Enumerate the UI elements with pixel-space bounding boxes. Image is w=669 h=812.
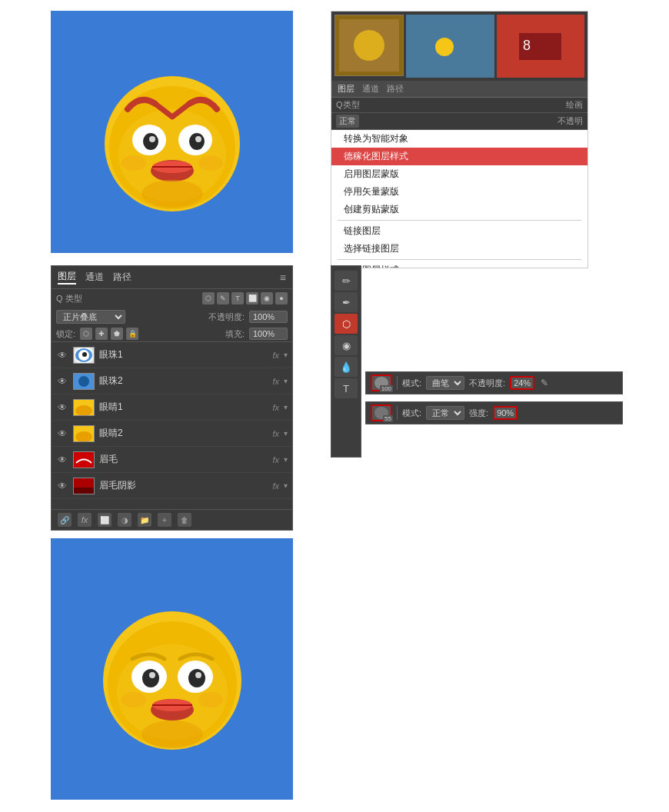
layers-blend-mode[interactable]: 正片叠底 正常 <box>56 310 125 324</box>
layer-item-eyelid2[interactable]: 👁 眼睛2 fx ▾ <box>52 421 292 447</box>
svg-point-48 <box>141 720 203 748</box>
tool-text[interactable]: T <box>334 378 358 398</box>
svg-point-19 <box>435 38 454 56</box>
layer-item-eyebrow-shadow[interactable]: 👁 眉毛阴影 fx ▾ <box>52 473 292 499</box>
svg-point-8 <box>195 136 201 142</box>
tool-shape[interactable]: ◉ <box>334 335 358 355</box>
svg-point-42 <box>149 672 155 678</box>
layer-eye-icon-2[interactable]: 👁 <box>56 375 68 388</box>
icon-filter2[interactable]: ✎ <box>217 292 229 304</box>
tab-paths[interactable]: 路径 <box>113 271 131 284</box>
tools-panel: ✏ ✒ ⬡ ◉ 💧 T <box>331 265 361 458</box>
menu-item-convert[interactable]: 转换为智能对象 <box>331 130 587 148</box>
layer-eye-icon-5[interactable]: 👁 <box>56 454 68 466</box>
tool-brush[interactable]: ✏ <box>334 271 358 291</box>
icon-filter6[interactable]: ● <box>275 292 288 304</box>
brush-size-value: 100 <box>380 385 393 392</box>
add-layer-icon[interactable]: + <box>158 513 171 527</box>
tab-channels[interactable]: 通道 <box>85 271 104 284</box>
lock-move-icon[interactable]: ✚ <box>95 328 108 340</box>
layers-opacity-input[interactable] <box>249 311 288 323</box>
layer-thumb-4 <box>73 425 95 442</box>
add-mask-icon[interactable]: ⬜ <box>98 513 112 527</box>
menu-item-link[interactable]: 链接图层 <box>331 222 587 240</box>
svg-text:8: 8 <box>523 38 531 53</box>
menu-item-enable-mask[interactable]: 启用图层蒙版 <box>331 165 587 183</box>
menu-item-disable-vector[interactable]: 停用矢量蒙版 <box>331 183 587 201</box>
icon-filter5[interactable]: ◉ <box>261 292 273 304</box>
icon-filter3[interactable]: T <box>231 292 244 304</box>
layers-search-icons: ⬡ ✎ T ⬜ ◉ ● <box>202 292 288 304</box>
group-icon[interactable]: 📁 <box>138 513 151 527</box>
emoji-top-svg <box>88 44 257 221</box>
menu-panel: 8 图层 通道 路径 Q类型 绘画 正常 不透明 转换为智能对象 德稼化图层样式… <box>331 11 588 268</box>
layers-search-row: Q 类型 ⬡ ✎ T ⬜ ◉ ● <box>52 289 292 308</box>
layer-item-eyebrow[interactable]: 👁 眉毛 fx ▾ <box>52 447 292 473</box>
layer-name-1: 眼珠1 <box>99 348 268 361</box>
menu-item-clipping[interactable]: 创建剪贴蒙版 <box>331 201 587 218</box>
brush-divider <box>397 376 398 390</box>
layer-eye-icon-3[interactable]: 👁 <box>56 401 68 414</box>
tool-pen[interactable]: ✒ <box>334 292 358 312</box>
menu-item-copy-style[interactable]: 拷贝图层样式 <box>331 261 587 268</box>
layer-name-3: 眼睛1 <box>99 401 268 414</box>
brush-mode-select[interactable]: 曲笔 正常 <box>426 376 464 390</box>
svg-point-17 <box>354 30 384 61</box>
layer-eye-icon-6[interactable]: 👁 <box>56 480 68 492</box>
lock-pixels-icon[interactable]: ⬡ <box>80 328 92 340</box>
layer-eye-icon-1[interactable]: 👁 <box>56 349 68 361</box>
menu-item-rasterize[interactable]: 德稼化图层样式 <box>331 148 587 165</box>
delete-layer-icon[interactable]: 🗑 <box>178 513 191 527</box>
layers-header: 图层 通道 路径 ≡ <box>52 266 292 289</box>
lock-label: 锁定: <box>56 328 75 340</box>
layer-fx-6: fx <box>272 481 279 491</box>
blur-divider <box>397 406 398 420</box>
layer-thumb-3 <box>73 399 95 416</box>
layer-name-4: 眼睛2 <box>99 427 268 440</box>
fx-icon[interactable]: fx <box>78 513 92 527</box>
blur-strength-value: 90% <box>493 406 518 420</box>
tool-eraser[interactable]: ⬡ <box>334 314 358 334</box>
layer-item-eye2[interactable]: 👁 眼珠2 fx ▾ <box>52 368 292 394</box>
menu-search-label: Q类型 <box>336 99 360 111</box>
menu-item-select-linked[interactable]: 选择链接图层 <box>331 240 587 258</box>
adjustment-icon[interactable]: ◑ <box>118 513 131 527</box>
layer-name-6: 眉毛阴影 <box>99 479 268 492</box>
menu-opacity-label: 不透明 <box>558 115 583 127</box>
brush-edit-icon[interactable]: ✎ <box>541 378 548 388</box>
svg-point-6 <box>149 136 155 142</box>
layers-panel: 图层 通道 路径 ≡ Q 类型 ⬡ ✎ T ⬜ ◉ ● 正片叠底 正常 不透明度… <box>51 265 293 531</box>
lock-all-icon[interactable]: 🔒 <box>126 328 138 340</box>
svg-point-24 <box>82 352 87 357</box>
brush-opacity-value: 24% <box>510 376 534 390</box>
blur-mode-select[interactable]: 正常 <box>426 406 464 420</box>
layer-item-eyelid1[interactable]: 👁 眼睛1 fx ▾ <box>52 394 292 421</box>
menu-mode-normal[interactable]: 正常 <box>336 115 359 128</box>
emoji-bottom-panel <box>51 538 293 800</box>
link-icon[interactable]: 🔗 <box>58 513 72 527</box>
layer-item-eye1[interactable]: 👁 眼珠1 fx ▾ <box>52 342 292 368</box>
lock-artboard-icon[interactable]: ⬟ <box>111 328 123 340</box>
fill-label: 填充: <box>225 328 245 340</box>
tab-layers[interactable]: 图层 <box>58 270 76 285</box>
layer-thumb-5 <box>73 451 95 468</box>
fill-input[interactable] <box>249 328 288 340</box>
menu-tab-paths[interactable]: 路径 <box>387 83 404 95</box>
layer-arrow-4: ▾ <box>284 429 288 438</box>
layers-menu-icon[interactable]: ≡ <box>280 271 286 284</box>
brush-options-panel: 100 模式: 曲笔 正常 不透明度: 24% ✎ <box>365 371 623 394</box>
svg-point-12 <box>141 180 203 208</box>
menu-tab-channels[interactable]: 通道 <box>362 83 379 95</box>
icon-filter4[interactable]: ⬜ <box>246 292 258 304</box>
layer-thumb-2 <box>73 373 95 390</box>
blur-options-panel: 55 模式: 正常 强度: 90% <box>365 401 623 424</box>
layers-lock-row: 锁定: ⬡ ✚ ⬟ 🔒 填充: <box>52 326 292 342</box>
layer-thumb-6 <box>73 478 95 494</box>
icon-filter1[interactable]: ⬡ <box>202 292 215 304</box>
layer-eye-icon-4[interactable]: 👁 <box>56 428 68 440</box>
tool-blur[interactable]: 💧 <box>334 357 358 377</box>
blur-strength-label: 强度: <box>469 408 488 419</box>
menu-tab-layers[interactable]: 图层 <box>338 83 354 95</box>
layers-type-label: Q 类型 <box>56 293 82 304</box>
layer-name-2: 眼珠2 <box>99 374 268 388</box>
